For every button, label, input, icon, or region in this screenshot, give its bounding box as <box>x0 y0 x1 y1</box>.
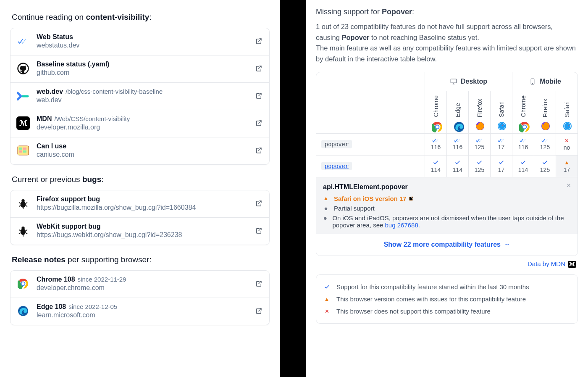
bug-link[interactable]: bug 267688 <box>385 221 418 229</box>
legend-text: Support for this compatibility feature s… <box>336 283 529 290</box>
compat-detail: api.HTMLElement.popover ▲ Safari on iOS … <box>316 177 578 234</box>
external-link-icon[interactable] <box>255 307 262 315</box>
mobile-icon <box>529 78 536 85</box>
github-icon <box>16 62 30 75</box>
continue-row[interactable]: Web Statuswebstatus.dev <box>10 28 269 55</box>
external-link-icon[interactable] <box>255 147 262 154</box>
releases-panel: Chrome 108since 2022-11-29developer.chro… <box>10 270 270 325</box>
check-icon <box>454 159 461 166</box>
support-cell[interactable]: no <box>556 134 578 155</box>
bug-row[interactable]: WebKit support bughttps://bugs.webkit.or… <box>10 217 269 245</box>
feature-chip: popover <box>321 140 352 148</box>
bug-row[interactable]: Firefox support bughttps://bugzilla.mozi… <box>10 190 269 217</box>
support-cell[interactable]: 125 <box>534 134 556 155</box>
support-cell[interactable]: 17 <box>490 134 512 155</box>
double-check-icon <box>454 138 462 143</box>
row-domain: github.com <box>37 69 248 76</box>
row-path: /blog/css-content-visibility-baseline <box>66 88 163 95</box>
missing-heading: Missing support for Popover: <box>316 8 578 16</box>
chrome-icon <box>432 121 440 130</box>
mdn-icon: ℳ <box>568 261 576 268</box>
cross-icon <box>564 138 570 143</box>
release-row[interactable]: Chrome 108since 2022-11-29developer.chro… <box>10 271 269 298</box>
warn-icon: ▲ <box>323 195 329 201</box>
chrome-icon <box>16 277 30 290</box>
compat-row: popover11411412517114125▲17 <box>316 155 578 177</box>
external-link-icon[interactable] <box>255 37 262 45</box>
data-by-mdn[interactable]: Data by MDNℳ <box>316 260 576 268</box>
row-url: https://bugzilla.mozilla.org/show_bug.cg… <box>37 204 248 211</box>
support-cell[interactable]: 114 <box>425 156 446 177</box>
row-domain: caniuse.com <box>37 151 248 158</box>
row-title: web.dev <box>37 88 63 95</box>
row-title: MDN <box>37 115 52 122</box>
support-cell[interactable]: 114 <box>512 156 534 177</box>
browser-col-chrome: Chrome <box>512 91 534 133</box>
svg-point-12 <box>22 282 25 285</box>
support-cell[interactable]: 114 <box>446 156 468 177</box>
continue-row[interactable]: Can I usecaniuse.com <box>10 137 269 164</box>
support-cell[interactable]: ▲17 <box>556 156 578 177</box>
support-cell[interactable]: 17 <box>490 156 512 177</box>
row-title: Baseline status (.yaml) <box>37 61 109 68</box>
browser-col-chrome: Chrome <box>425 91 446 133</box>
support-cell[interactable]: 116 <box>446 134 468 155</box>
desktop-icon <box>450 78 457 85</box>
row-title: Web Status <box>37 33 73 40</box>
chrome-icon <box>519 121 528 130</box>
legend: Support for this compatibility feature s… <box>316 274 578 324</box>
detail-note: On iOS and iPadOS, popovers are not dism… <box>332 214 571 229</box>
release-row[interactable]: Edge 108since 2022-12-05learn.microsoft.… <box>10 298 269 325</box>
row-path: /Web/CSS/content-visibility <box>54 115 130 122</box>
support-cell[interactable]: 116 <box>512 134 534 155</box>
row-title: WebKit support bug <box>37 223 101 230</box>
browser-col-safari: Safari <box>490 91 512 133</box>
bug-icon <box>16 224 30 237</box>
browser-col-firefox: Firefox <box>534 91 556 133</box>
legend-row: Support for this compatibility feature s… <box>323 281 571 293</box>
compat-table: Desktop Mobile ChromeEdgeFirefoxSafariCh… <box>316 72 578 256</box>
support-cell[interactable]: 125 <box>468 156 490 177</box>
support-cell[interactable]: 125 <box>534 156 556 177</box>
close-icon[interactable] <box>566 182 572 190</box>
safari-icon <box>497 121 506 130</box>
check-icon <box>476 159 483 166</box>
cross-icon <box>324 308 330 314</box>
double-check-icon <box>520 138 527 143</box>
check-icon <box>324 284 330 290</box>
missing-paragraph: 1 out of 23 compatibility features do no… <box>316 21 578 64</box>
external-link-icon[interactable] <box>255 280 262 287</box>
row-title: Firefox support bug <box>37 195 100 203</box>
browser-col-safari: Safari <box>556 91 578 133</box>
double-check-icon <box>432 138 440 143</box>
left-column: Continue reading on content-visibility: … <box>0 0 280 377</box>
continue-row[interactable]: web.dev/blog/css-content-visibility-base… <box>10 82 269 110</box>
external-link-icon[interactable] <box>255 65 262 72</box>
continue-panel: Web Statuswebstatus.devBaseline status (… <box>10 28 270 165</box>
compat-row: popover11611612517116125no <box>316 133 578 155</box>
external-link-icon[interactable] <box>255 119 262 127</box>
bug-icon <box>16 197 30 210</box>
support-cell[interactable]: 125 <box>468 134 490 155</box>
external-link-icon[interactable] <box>255 200 262 207</box>
detail-browser-link[interactable]: Safari on iOS version 17 <box>334 195 414 202</box>
svg-point-31 <box>564 123 570 129</box>
show-more-button[interactable]: Show 22 more compatibility features ﹀ <box>316 234 578 256</box>
row-title: Can I use <box>37 142 66 150</box>
check-icon <box>520 159 526 166</box>
svg-point-19 <box>436 125 438 128</box>
continue-row[interactable]: Baseline status (.yaml)github.com <box>10 55 269 82</box>
row-domain: developer.chrome.com <box>37 284 248 292</box>
double-check-icon <box>476 138 483 143</box>
external-link-icon[interactable] <box>255 92 262 100</box>
svg-point-24 <box>499 123 505 129</box>
svg-point-9 <box>21 227 25 230</box>
svg-point-7 <box>21 199 25 203</box>
continue-row[interactable]: ℳMDN/Web/CSS/content-visibilitydeveloper… <box>10 110 269 137</box>
support-cell[interactable]: 116 <box>425 134 446 155</box>
releases-heading: Release notes per supporting browser: <box>12 255 268 264</box>
feature-chip[interactable]: popover <box>321 162 352 170</box>
external-link-icon[interactable] <box>255 227 262 235</box>
row-since: since 2022-11-29 <box>78 276 126 283</box>
browser-col-firefox: Firefox <box>468 91 490 133</box>
